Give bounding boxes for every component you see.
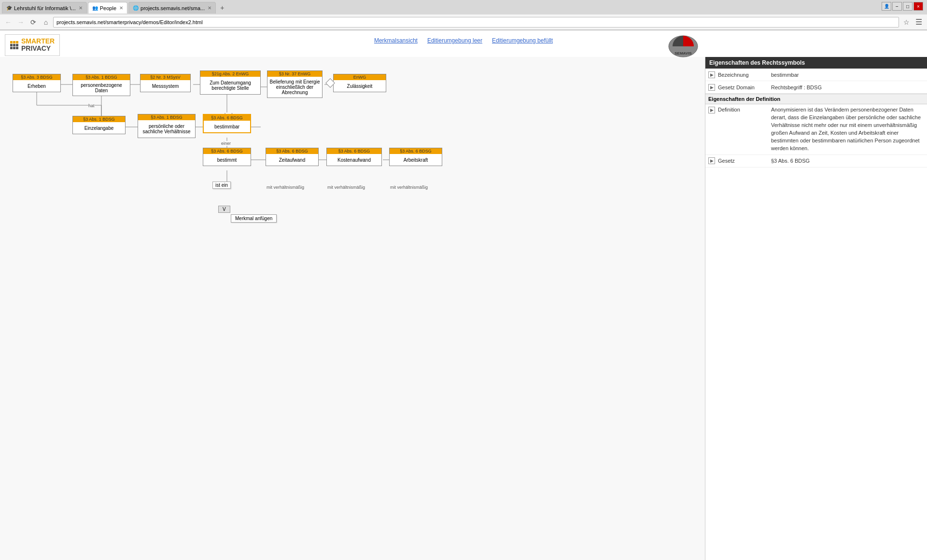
tab-label: People (100, 5, 116, 11)
panel-section1-header: Eigenschaften des Rechtssymbols (705, 57, 927, 69)
tab-label: projects.semavis.net/sma... (140, 5, 205, 11)
link-editierumgebung-leer[interactable]: Editierumgebung leer (427, 37, 482, 44)
right-panel: Eigenschaften des Rechtssymbols ▶ Bezeic… (705, 57, 927, 560)
forward-button[interactable]: → (15, 17, 26, 28)
tab-favicon: 🌐 (133, 5, 139, 11)
link-merkmalsansicht[interactable]: Merkmalsansicht (374, 37, 418, 44)
panel-gesetz-domain-label: Gesetz Domain (718, 84, 771, 90)
window-maximize[interactable]: □ (903, 2, 913, 11)
panel-row-gesetz: ▶ Gesetz §3 Abs. 6 BDSG (705, 155, 927, 168)
panel-definition-text: Anonymisieren ist das Verändern personen… (771, 106, 924, 153)
tab-people[interactable]: 👥 People ✕ (88, 2, 127, 14)
node-belieferung[interactable]: §3 Nr. 37 EnWG Belieferung mit Energie e… (267, 70, 323, 98)
panel-expand-icon2[interactable]: ▶ (708, 84, 715, 91)
semavis-logo: SEMAVIS (666, 34, 700, 59)
edge-label-hat: hat (88, 103, 95, 108)
new-tab-button[interactable]: + (217, 2, 227, 13)
logo-line2: PRIVACY (21, 45, 55, 52)
tab-close-icon[interactable]: ✕ (119, 5, 123, 11)
node-zeitaufwand[interactable]: §3 Abs. 6 BDSG Zeitaufwand (266, 148, 319, 166)
node-arbeitskraft[interactable]: §3 Abs. 6 BDSG Arbeitskraft (389, 148, 442, 166)
node-zulassigkeit[interactable]: EnWG Zulässigkeit (333, 74, 386, 92)
tooltip-ist-ein: ist ein (212, 182, 231, 189)
tab-label: Lehrstuhl für Informatik \... (14, 5, 76, 11)
tab-lehrstuhl[interactable]: 🎓 Lehrstuhl für Informatik \... ✕ (2, 2, 87, 14)
address-bar[interactable] (53, 17, 899, 28)
panel-section2-header: Eigenschaften der Definition (705, 94, 927, 104)
menu-button[interactable]: ☰ (913, 17, 924, 28)
edge-label-einer: einer (221, 141, 231, 146)
reload-button[interactable]: ⟳ (28, 17, 39, 28)
panel-row-bezeichnung: ▶ Bezeichnung bestimmbar (705, 69, 927, 81)
diagram-canvas: hat über durch einer mit verhältnismäßig… (0, 57, 705, 560)
node-messsystem[interactable]: §2 Nr. 3 MSysV Messsystem (140, 74, 191, 92)
panel-gesetz-value: §3 Abs. 6 BDSG (771, 158, 810, 164)
v-button[interactable]: V (218, 206, 230, 213)
tab-favicon: 🎓 (6, 5, 12, 11)
edge-label-verh3: mit verhältnismäßig (390, 185, 428, 190)
node-einzelangabe[interactable]: §3 Abs. 1 BDSG Einzelangabe (72, 116, 126, 134)
home-button[interactable]: ⌂ (41, 17, 51, 28)
tab-favicon: 👥 (92, 5, 98, 11)
node-erheben[interactable]: §3 Abs. 3 BDSG Erheben (13, 74, 61, 92)
add-merkmal-button[interactable]: Merkmal anfügen (231, 214, 277, 223)
back-button[interactable]: ← (3, 17, 14, 28)
window-profile[interactable]: 👤 (882, 2, 891, 11)
smarter-privacy-logo: SMARTER PRIVACY (5, 34, 60, 56)
edge-label-verh2: mit verhältnismäßig (327, 185, 365, 190)
node-bestimmbar[interactable]: §3 Abs. 6 BDSG bestimmbar (203, 114, 251, 133)
window-close[interactable]: × (913, 2, 923, 11)
panel-bezeichnung-value: bestimmbar (771, 72, 799, 78)
node-kostenaufwand[interactable]: §3 Abs. 6 BDSG Kostenaufwand (326, 148, 382, 166)
panel-row-definition: ▶ Definition Anonymisieren ist das Verän… (705, 104, 927, 155)
panel-gesetz-label: Gesetz (718, 158, 771, 164)
node-verhaltnisse[interactable]: §3 Abs. 1 BDSG persönliche oder sachlich… (138, 114, 196, 138)
bookmark-button[interactable]: ☆ (901, 17, 912, 28)
panel-definition-label: Definition (718, 106, 771, 112)
edge-label-verh1: mit verhältnismäßig (267, 185, 304, 190)
svg-text:SEMAVIS: SEMAVIS (674, 51, 692, 56)
link-editierumgebung-befuellt[interactable]: Editierumgebung befüllt (492, 37, 553, 44)
panel-expand-icon[interactable]: ▶ (708, 71, 715, 78)
node-datenumgang[interactable]: §21g Abs. 2 EnWG Zum Datenumgang berecht… (200, 70, 261, 95)
node-personenbezogene-daten[interactable]: §3 Abs. 1 BDSG personenbezogene Daten (72, 74, 130, 96)
tab-close-icon[interactable]: ✕ (79, 5, 83, 11)
node-bestimmt[interactable]: §3 Abs. 6 BDSG bestimmt (203, 148, 251, 166)
window-minimize[interactable]: − (892, 2, 902, 11)
panel-gesetz-domain-value: Rechtsbegriff : BDSG (771, 84, 822, 90)
panel-row-gesetz-domain: ▶ Gesetz Domain Rechtsbegriff : BDSG (705, 81, 927, 94)
tab-projects[interactable]: 🌐 projects.semavis.net/sma... ✕ (128, 2, 216, 14)
panel-expand-icon3[interactable]: ▶ (708, 107, 715, 113)
panel-expand-icon4[interactable]: ▶ (708, 157, 715, 164)
tab-close-icon[interactable]: ✕ (208, 5, 211, 11)
logo-line1: SMARTER (21, 38, 55, 45)
panel-bezeichnung-label: Bezeichnung (718, 72, 771, 78)
